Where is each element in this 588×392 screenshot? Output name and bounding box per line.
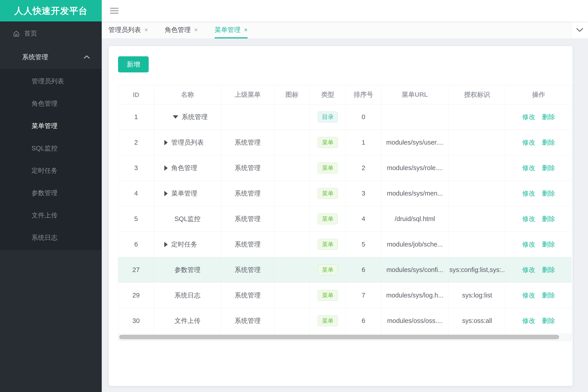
cell-type: 菜单: [310, 232, 346, 257]
sidebar-group-system[interactable]: 系统管理: [0, 46, 102, 69]
sidebar-item-config-mgmt[interactable]: 参数管理: [0, 182, 102, 204]
tab-bar: 管理员列表×角色管理×菜单管理×: [102, 22, 588, 39]
table-row: 5SQL监控系统管理菜单4/druid/sql.html修改删除: [118, 206, 572, 232]
cell-parent: 系统管理: [221, 130, 274, 155]
sidebar-toggle-icon[interactable]: [110, 8, 119, 14]
table-header-row: ID名称上级菜单图标类型排序号菜单URL授权标识操作: [118, 85, 572, 104]
delete-link[interactable]: 删除: [542, 215, 555, 222]
cell-id: 1: [118, 104, 154, 130]
edit-link[interactable]: 修改: [522, 317, 535, 324]
scrollbar-thumb[interactable]: [119, 335, 559, 339]
cell-icon: [274, 104, 310, 130]
cell-icon: [274, 283, 310, 308]
cell-type: 菜单: [310, 181, 346, 206]
cell-icon: [274, 232, 310, 257]
edit-link[interactable]: 修改: [522, 241, 535, 248]
collapse-caret-icon[interactable]: [173, 115, 178, 119]
sidebar-item-user-list[interactable]: 管理员列表: [0, 70, 102, 92]
tab-overflow-button[interactable]: [571, 22, 588, 38]
cell-type: 菜单: [310, 206, 346, 232]
delete-link[interactable]: 删除: [542, 190, 555, 197]
menu-name: SQL监控: [174, 214, 200, 224]
cell-order: 6: [346, 257, 381, 283]
expand-caret-icon[interactable]: [164, 191, 168, 196]
sidebar-group-label: 系统管理: [22, 53, 48, 62]
delete-link[interactable]: 删除: [542, 113, 555, 120]
cell-type: 菜单: [310, 257, 346, 283]
cell-icon: [274, 308, 310, 334]
cell-order: 7: [346, 283, 381, 308]
cell-parent: 系统管理: [221, 206, 274, 232]
cell-name: 定时任务: [154, 232, 221, 257]
cell-id: 30: [118, 308, 154, 334]
tab-menu-mgmt[interactable]: 菜单管理×: [215, 22, 248, 38]
tab-close-icon[interactable]: ×: [194, 26, 198, 34]
cell-parent: 系统管理: [221, 257, 274, 283]
edit-link[interactable]: 修改: [522, 266, 535, 273]
cell-order: 5: [346, 232, 381, 257]
cell-id: 4: [118, 181, 154, 206]
sidebar-item-sys-log[interactable]: 系统日志: [0, 226, 102, 249]
app-logo: 人人快速开发平台: [0, 0, 102, 22]
cell-order: 3: [346, 181, 381, 206]
edit-link[interactable]: 修改: [522, 292, 535, 299]
sidebar-item-menu-mgmt[interactable]: 菜单管理: [0, 115, 102, 137]
table-row: 30文件上传系统管理菜单6modules/oss/oss....sys:oss:…: [118, 308, 572, 334]
cell-parent: 系统管理: [221, 308, 274, 334]
edit-link[interactable]: 修改: [522, 164, 535, 172]
cell-perms: [449, 232, 506, 257]
cell-order: 6: [346, 308, 381, 334]
sidebar-item-role-mgmt[interactable]: 角色管理: [0, 92, 102, 115]
cell-name: 参数管理: [154, 257, 221, 283]
add-button[interactable]: 新增: [118, 56, 149, 72]
cell-icon: [274, 257, 310, 283]
edit-link[interactable]: 修改: [522, 113, 535, 120]
sidebar-item-file-upload[interactable]: 文件上传: [0, 204, 102, 226]
cell-icon: [274, 181, 310, 206]
delete-link[interactable]: 删除: [542, 266, 555, 273]
cell-type: 菜单: [310, 130, 346, 155]
sidebar-item-sql-monitor[interactable]: SQL监控: [0, 137, 102, 160]
column-header: 菜单URL: [381, 85, 449, 104]
table-row: 27参数管理系统管理菜单6modules/sys/confi...sys:con…: [118, 257, 572, 283]
cell-id: 3: [118, 155, 154, 181]
type-badge: 菜单: [318, 239, 338, 250]
delete-link[interactable]: 删除: [542, 317, 555, 324]
cell-order: 0: [346, 104, 381, 130]
tab-user-list[interactable]: 管理员列表×: [109, 22, 148, 38]
tab-label: 管理员列表: [109, 26, 141, 34]
menu-name: 参数管理: [175, 266, 201, 274]
delete-link[interactable]: 删除: [542, 292, 555, 299]
tab-role-mgmt[interactable]: 角色管理×: [165, 22, 198, 38]
cell-actions: 修改删除: [506, 155, 572, 181]
cell-url: modules/job/sche...: [381, 232, 449, 257]
expand-caret-icon[interactable]: [164, 166, 168, 171]
expand-caret-icon[interactable]: [164, 140, 168, 145]
cell-parent: [221, 104, 274, 130]
horizontal-scrollbar[interactable]: [118, 334, 571, 341]
edit-link[interactable]: 修改: [522, 190, 535, 197]
expand-caret-icon[interactable]: [164, 242, 168, 247]
sidebar-item-home[interactable]: 首页: [0, 22, 102, 46]
chevron-up-icon: [83, 55, 90, 59]
delete-link[interactable]: 删除: [542, 241, 555, 248]
cell-name: 管理员列表: [154, 130, 221, 155]
menu-name: 系统管理: [182, 113, 208, 122]
edit-link[interactable]: 修改: [522, 215, 535, 222]
sidebar-item-job-schedule[interactable]: 定时任务: [0, 160, 102, 182]
edit-link[interactable]: 修改: [522, 139, 535, 146]
tab-close-icon[interactable]: ×: [244, 26, 248, 34]
cell-url: modules/sys/men...: [381, 181, 449, 206]
cell-perms: [449, 155, 506, 181]
sidebar-submenu: 管理员列表角色管理菜单管理SQL监控定时任务参数管理文件上传系统日志: [0, 69, 102, 250]
column-header: 类型: [310, 85, 346, 104]
tab-close-icon[interactable]: ×: [144, 26, 148, 34]
delete-link[interactable]: 删除: [542, 164, 555, 172]
cell-name: 角色管理: [154, 155, 221, 181]
menu-name: 管理员列表: [171, 138, 204, 147]
cell-url: modules/sys/user....: [381, 130, 449, 155]
delete-link[interactable]: 删除: [542, 139, 555, 146]
cell-actions: 修改删除: [506, 104, 572, 130]
cell-url: modules/oss/oss....: [381, 308, 449, 334]
table-row: 4菜单管理系统管理菜单3modules/sys/men...修改删除: [118, 181, 572, 206]
